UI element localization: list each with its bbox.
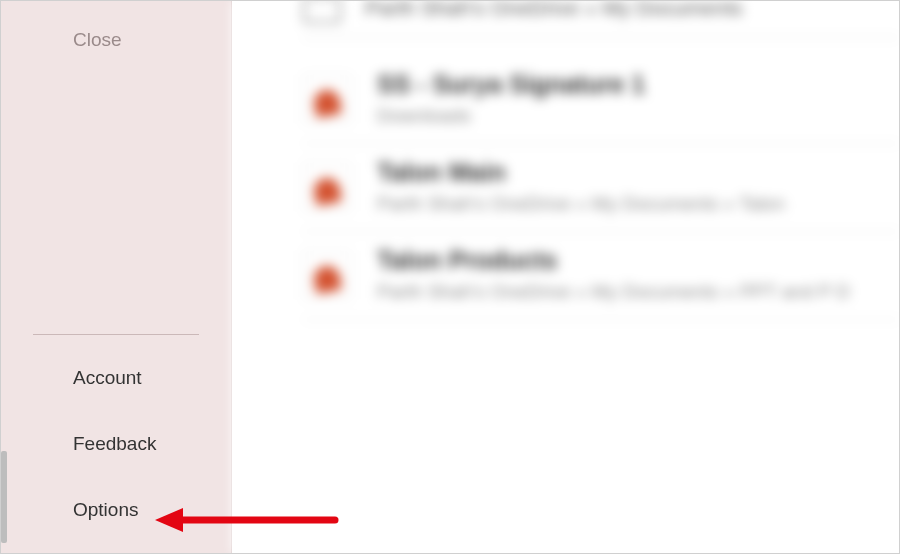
breadcrumb[interactable]: Parth Shah's OneDrive » My Documents [303,1,899,38]
options-menu-item[interactable]: Options [1,477,231,543]
powerpoint-file-icon [303,75,351,123]
file-title: Talon Main [377,158,785,187]
folder-icon [303,0,341,23]
file-path: Parth Shah's OneDrive » My Documents » P… [377,281,850,303]
list-item[interactable]: SS - Surya Signature 1 Downloads [303,56,899,144]
account-menu-item[interactable]: Account [1,345,231,411]
file-path: Parth Shah's OneDrive » My Documents » T… [377,193,785,215]
file-title: SS - Surya Signature 1 [377,70,645,99]
powerpoint-file-icon [303,251,351,299]
powerpoint-file-icon [303,163,351,211]
backstage-sidebar: Close Account Feedback Options [1,1,232,553]
sidebar-divider [33,334,199,335]
sidebar-top-group: Close [1,1,231,65]
file-path: Downloads [377,105,645,127]
sidebar-bottom-group: Account Feedback Options [1,316,231,543]
list-item[interactable]: Talon Products Parth Shah's OneDrive » M… [303,232,899,320]
feedback-menu-item[interactable]: Feedback [1,411,231,477]
close-menu-item[interactable]: Close [1,15,231,65]
file-meta: Talon Main Parth Shah's OneDrive » My Do… [377,158,785,215]
scroll-indicator [1,451,7,543]
file-meta: SS - Surya Signature 1 Downloads [377,70,645,127]
recent-files-list: SS - Surya Signature 1 Downloads Talon M… [303,56,899,320]
breadcrumb-text: Parth Shah's OneDrive » My Documents [365,0,743,20]
list-item[interactable]: Talon Main Parth Shah's OneDrive » My Do… [303,144,899,232]
file-meta: Talon Products Parth Shah's OneDrive » M… [377,246,850,303]
file-title: Talon Products [377,246,850,275]
main-content: Parth Shah's OneDrive » My Documents SS … [233,1,899,553]
